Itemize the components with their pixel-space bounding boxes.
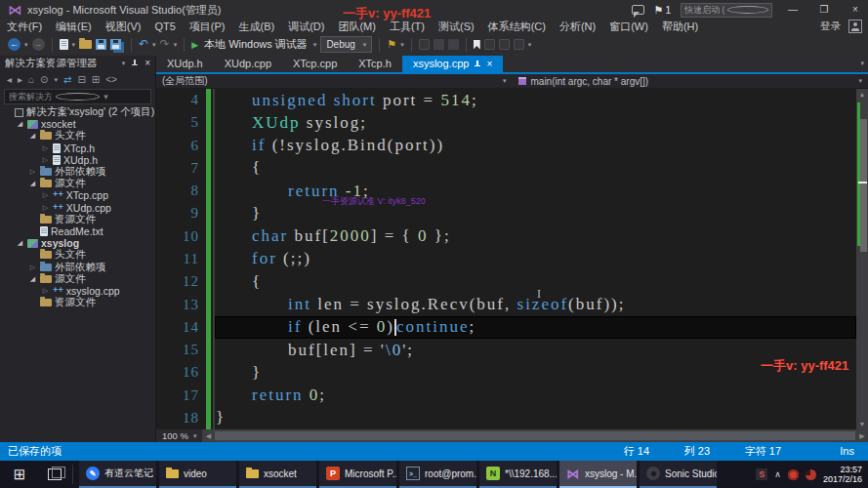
pin-icon[interactable] — [131, 60, 139, 67]
properties-icon[interactable]: ⊞ — [92, 74, 100, 85]
expand-arrow-icon[interactable]: ▷ — [41, 285, 50, 297]
notifications-button[interactable]: ⚑ 1 — [654, 4, 671, 17]
menu-item[interactable]: 帮助(H) — [655, 20, 705, 33]
menu-item[interactable]: QT5 — [147, 20, 182, 33]
code-line[interactable]: 14if (len <= 0)continue; — [156, 316, 856, 339]
code-line[interactable]: 18} — [156, 407, 856, 429]
taskbar-clock[interactable]: 23:57 2017/2/16 — [823, 465, 862, 484]
maximize-button[interactable]: ❐ — [813, 1, 835, 19]
code-view-icon[interactable]: <> — [105, 74, 117, 85]
pin-icon[interactable] — [474, 61, 481, 68]
menu-item[interactable]: 编辑(E) — [49, 20, 99, 33]
tab-well-dropdown[interactable]: ▾ — [860, 60, 864, 67]
expand-arrow-icon[interactable]: ▷ — [41, 142, 50, 154]
horizontal-scroll-thumb[interactable] — [215, 431, 855, 440]
navigate-forward-icon[interactable]: → — [32, 38, 45, 51]
menu-item[interactable]: 体系结构(C) — [481, 20, 553, 33]
code-line[interactable]: 8return -1; — [156, 180, 856, 202]
sync-icon[interactable]: ⇄ — [63, 74, 71, 85]
toolbar-icon-2[interactable] — [499, 39, 510, 50]
zoom-control[interactable]: 100 % ▾ — [156, 430, 202, 441]
tree-item[interactable]: 资源文件 — [0, 214, 155, 225]
collapse-arrow-icon[interactable]: ◢ — [28, 130, 37, 142]
tree-item[interactable]: ▷++XTcp.cpp — [0, 189, 155, 201]
code-line[interactable]: 10char buf[2000] = { 0 }; — [156, 225, 856, 248]
taskbar-button[interactable]: N*\\192.168... — [479, 461, 557, 488]
toolbar-overflow-dropdown[interactable]: ▾ — [528, 41, 532, 49]
code-line[interactable]: 11for (;;) — [156, 248, 856, 270]
code-line[interactable]: 15buf[len] = '\0'; — [156, 339, 856, 361]
menu-item[interactable]: 项目(P) — [183, 20, 232, 33]
panel-close-icon[interactable]: × — [145, 59, 150, 68]
taskbar-button[interactable]: Sonic Studio — [640, 461, 717, 488]
start-button[interactable]: ⊞ — [0, 461, 39, 488]
attach-flag-icon[interactable]: ⚑ — [387, 38, 396, 51]
new-file-dropdown[interactable]: ▾ — [72, 41, 76, 49]
expand-arrow-icon[interactable]: ▷ — [41, 154, 50, 166]
expand-arrow-icon[interactable]: ▷ — [28, 262, 37, 273]
scroll-down-icon[interactable]: ▼ — [856, 419, 868, 429]
editor-tab[interactable]: xsyslog.cpp× — [402, 56, 503, 72]
new-file-icon[interactable] — [60, 39, 68, 50]
start-debug-icon[interactable]: ▶ — [191, 40, 198, 50]
menu-item[interactable]: 生成(B) — [231, 20, 281, 33]
task-view-button[interactable] — [39, 461, 70, 488]
panel-options-dropdown[interactable]: ▾ — [122, 60, 126, 67]
toolbar-icon-comment[interactable] — [448, 39, 459, 50]
toolbar-icon-3[interactable] — [514, 39, 524, 50]
save-icon[interactable] — [96, 39, 106, 50]
tray-app-icon[interactable]: S — [756, 468, 767, 480]
scope-dropdown[interactable]: ▾ — [55, 76, 59, 84]
code-line[interactable]: 5XUdp syslog; — [156, 111, 856, 134]
tray-expand-icon[interactable]: ∧ — [774, 469, 781, 479]
tree-item[interactable]: ▷XTcp.h — [0, 142, 155, 154]
vertical-scrollbar[interactable]: ▲ ▼ — [856, 89, 868, 429]
expand-arrow-icon[interactable]: ▷ — [41, 202, 50, 214]
flag-dropdown[interactable]: ▾ — [400, 41, 404, 49]
menu-item[interactable]: 分析(N) — [553, 20, 602, 33]
menu-item[interactable]: 测试(S) — [432, 20, 481, 33]
scroll-up-icon[interactable]: ▲ — [856, 89, 868, 100]
debugger-label[interactable]: 本地 Windows 调试器 — [204, 37, 308, 52]
menu-item[interactable]: 团队(M) — [331, 20, 383, 33]
member-breadcrumb[interactable]: main(int argc, char * argv[]) ▾ — [513, 74, 868, 88]
taskbar-button[interactable]: ⋈xsyslog - M... — [559, 461, 637, 488]
menu-item[interactable]: 窗口(W) — [602, 20, 655, 33]
tree-item[interactable]: ◢源文件 — [0, 273, 155, 285]
collapse-arrow-icon[interactable]: ◢ — [28, 178, 37, 189]
tree-item[interactable]: ◢头文件 — [0, 130, 155, 142]
code-line[interactable]: 9} — [156, 202, 856, 224]
horizontal-scrollbar[interactable]: ◀ ▶ — [202, 429, 868, 442]
collapse-arrow-icon[interactable]: ◢ — [28, 273, 37, 285]
scope-icon[interactable]: ⊙ — [40, 74, 48, 85]
collapse-all-icon[interactable]: ⊟ — [77, 74, 85, 85]
code-line[interactable]: 16} — [156, 361, 856, 384]
menu-item[interactable]: 工具(T) — [383, 20, 432, 33]
toolbar-icon-find[interactable] — [419, 39, 430, 50]
zoom-dropdown[interactable]: ▾ — [193, 432, 197, 440]
taskbar-button[interactable]: video — [159, 461, 236, 488]
editor-tab[interactable]: XUdp.cpp — [214, 56, 282, 72]
recording-status-icon[interactable] — [806, 469, 816, 480]
scroll-left-icon[interactable]: ◀ — [202, 429, 214, 442]
minimize-button[interactable]: — — [782, 1, 804, 19]
editor-tab[interactable]: XTcp.cpp — [282, 56, 348, 72]
code-line[interactable]: 7{ — [156, 157, 856, 180]
quick-launch-input[interactable]: 快速启动 (Ctrl+Q) — [681, 3, 772, 18]
close-icon[interactable]: × — [486, 60, 492, 69]
sign-in-button[interactable]: 登录 — [820, 20, 841, 33]
code-line[interactable]: 13int len = syslog.Recv(buf, sizeof(buf)… — [156, 293, 856, 315]
menu-item[interactable]: 调试(D) — [281, 20, 331, 33]
navigate-back-icon[interactable]: ← — [8, 38, 21, 51]
configuration-select[interactable]: Debug ▾ — [320, 36, 372, 53]
menu-item[interactable]: 视图(V) — [99, 20, 148, 33]
record-icon[interactable] — [788, 469, 799, 480]
undo-icon[interactable]: ↶ — [139, 38, 148, 51]
undo-dropdown[interactable]: ▾ — [152, 41, 156, 49]
collapse-arrow-icon[interactable]: ◢ — [16, 237, 24, 249]
toolbar-icon-step[interactable] — [434, 39, 444, 50]
collapse-arrow-icon[interactable]: ◢ — [16, 118, 24, 130]
tree-item[interactable]: ◢源文件 — [0, 178, 155, 189]
tree-back-icon[interactable]: ◂ — [7, 74, 12, 85]
editor-tab[interactable]: XTcp.h — [348, 56, 402, 72]
